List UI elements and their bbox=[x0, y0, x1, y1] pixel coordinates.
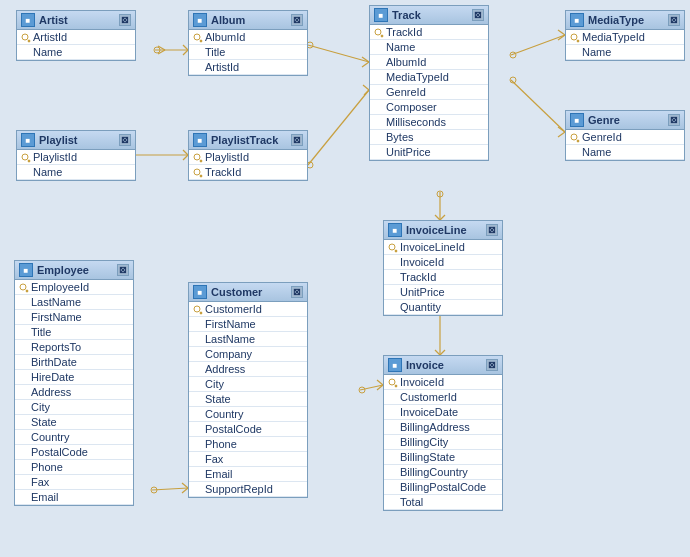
field-name-employee-city: City bbox=[31, 401, 50, 413]
field-name-customer-country: Country bbox=[205, 408, 244, 420]
field-name-employee-phone: Phone bbox=[31, 461, 63, 473]
table-title-employee: Employee bbox=[37, 264, 89, 276]
table-artist: ■Artist⊠ArtistIdName bbox=[16, 10, 136, 61]
field-album-title: Title bbox=[189, 45, 307, 60]
field-name-employee-state: State bbox=[31, 416, 57, 428]
field-invoice-invoiceid: InvoiceId bbox=[384, 375, 502, 390]
field-name-invoice-billingpostalcode: BillingPostalCode bbox=[400, 481, 486, 493]
svg-point-3 bbox=[154, 47, 160, 53]
table-header-invoiceline: ■InvoiceLine⊠ bbox=[384, 221, 502, 240]
field-track-unitprice: UnitPrice bbox=[370, 145, 488, 160]
field-name-employee-email: Email bbox=[31, 491, 59, 503]
table-expand-mediatype[interactable]: ⊠ bbox=[668, 14, 680, 26]
table-title-invoice: Invoice bbox=[406, 359, 444, 371]
field-name-employee-title: Title bbox=[31, 326, 51, 338]
field-employee-hiredate: HireDate bbox=[15, 370, 133, 385]
field-name-invoice-invoicedate: InvoiceDate bbox=[400, 406, 458, 418]
field-name-invoiceline-invoicelineid: InvoiceLineId bbox=[400, 241, 465, 253]
field-name-customer-phone: Phone bbox=[205, 438, 237, 450]
field-customer-city: City bbox=[189, 377, 307, 392]
table-icon-playlist: ■ bbox=[21, 133, 35, 147]
table-expand-invoiceline[interactable]: ⊠ bbox=[486, 224, 498, 236]
field-customer-customerid: CustomerId bbox=[189, 302, 307, 317]
field-track-milliseconds: Milliseconds bbox=[370, 115, 488, 130]
field-employee-phone: Phone bbox=[15, 460, 133, 475]
field-name-track-bytes: Bytes bbox=[386, 131, 414, 143]
field-name-employee-employeeid: EmployeeId bbox=[31, 281, 89, 293]
field-name-mediatype-mediatypeid: MediaTypeId bbox=[582, 31, 645, 43]
table-expand-playlisttrack[interactable]: ⊠ bbox=[291, 134, 303, 146]
table-expand-album[interactable]: ⊠ bbox=[291, 14, 303, 26]
svg-line-12 bbox=[558, 30, 565, 35]
field-mediatype-name: Name bbox=[566, 45, 684, 60]
field-name-employee-firstname: FirstName bbox=[31, 311, 82, 323]
field-name-genre-genreid: GenreId bbox=[582, 131, 622, 143]
svg-line-16 bbox=[558, 127, 565, 132]
svg-point-39 bbox=[151, 487, 157, 493]
field-playlisttrack-playlistid: PlaylistId bbox=[189, 150, 307, 165]
field-name-employee-hiredate: HireDate bbox=[31, 371, 74, 383]
field-invoice-billingaddress: BillingAddress bbox=[384, 420, 502, 435]
field-track-mediatypeid: MediaTypeId bbox=[370, 70, 488, 85]
field-name-invoiceline-quantity: Quantity bbox=[400, 301, 441, 313]
field-customer-postalcode: PostalCode bbox=[189, 422, 307, 437]
table-header-playlist: ■Playlist⊠ bbox=[17, 131, 135, 150]
field-employee-title: Title bbox=[15, 325, 133, 340]
table-mediatype: ■MediaType⊠MediaTypeIdName bbox=[565, 10, 685, 61]
table-expand-playlist[interactable]: ⊠ bbox=[119, 134, 131, 146]
table-expand-genre[interactable]: ⊠ bbox=[668, 114, 680, 126]
svg-line-2 bbox=[158, 50, 165, 54]
field-name-invoiceline-invoiceid: InvoiceId bbox=[400, 256, 444, 268]
table-title-invoiceline: InvoiceLine bbox=[406, 224, 467, 236]
svg-point-35 bbox=[359, 387, 365, 393]
pk-icon bbox=[193, 33, 203, 43]
field-invoice-invoicedate: InvoiceDate bbox=[384, 405, 502, 420]
table-header-track: ■Track⊠ bbox=[370, 6, 488, 25]
field-employee-email: Email bbox=[15, 490, 133, 505]
field-name-playlist-name: Name bbox=[33, 166, 62, 178]
svg-point-73 bbox=[194, 306, 200, 312]
table-expand-track[interactable]: ⊠ bbox=[472, 9, 484, 21]
svg-point-52 bbox=[375, 29, 381, 35]
field-employee-lastname: LastName bbox=[15, 295, 133, 310]
table-genre: ■Genre⊠GenreIdName bbox=[565, 110, 685, 161]
svg-line-9 bbox=[362, 62, 369, 67]
field-name-invoice-total: Total bbox=[400, 496, 423, 508]
pk-icon bbox=[19, 283, 29, 293]
table-customer: ■Customer⊠CustomerIdFirstNameLastNameCom… bbox=[188, 282, 308, 498]
field-employee-employeeid: EmployeeId bbox=[15, 280, 133, 295]
field-name-album-albumid: AlbumId bbox=[205, 31, 245, 43]
table-expand-customer[interactable]: ⊠ bbox=[291, 286, 303, 298]
svg-line-34 bbox=[360, 385, 383, 390]
field-name-invoiceline-unitprice: UnitPrice bbox=[400, 286, 445, 298]
table-expand-artist[interactable]: ⊠ bbox=[119, 14, 131, 26]
svg-line-13 bbox=[558, 35, 565, 40]
table-icon-mediatype: ■ bbox=[570, 13, 584, 27]
field-employee-state: State bbox=[15, 415, 133, 430]
svg-point-76 bbox=[389, 244, 395, 250]
pk-icon bbox=[374, 28, 384, 38]
table-expand-employee[interactable]: ⊠ bbox=[117, 264, 129, 276]
field-name-customer-address: Address bbox=[205, 363, 245, 375]
svg-point-55 bbox=[571, 34, 577, 40]
field-name-invoice-customerid: CustomerId bbox=[400, 391, 457, 403]
svg-point-15 bbox=[510, 77, 516, 83]
table-expand-invoice[interactable]: ⊠ bbox=[486, 359, 498, 371]
table-playlist: ■Playlist⊠PlaylistIdName bbox=[16, 130, 136, 181]
svg-point-61 bbox=[22, 154, 28, 160]
pk-icon bbox=[193, 305, 203, 315]
table-title-mediatype: MediaType bbox=[588, 14, 644, 26]
table-header-artist: ■Artist⊠ bbox=[17, 11, 135, 30]
field-customer-firstname: FirstName bbox=[189, 317, 307, 332]
field-name-album-artistid: ArtistId bbox=[205, 61, 239, 73]
field-employee-address: Address bbox=[15, 385, 133, 400]
field-name-invoice-billingcity: BillingCity bbox=[400, 436, 448, 448]
field-customer-email: Email bbox=[189, 467, 307, 482]
field-name-track-trackid: TrackId bbox=[386, 26, 422, 38]
field-name-playlisttrack-trackid: TrackId bbox=[205, 166, 241, 178]
field-album-albumid: AlbumId bbox=[189, 30, 307, 45]
svg-line-6 bbox=[308, 45, 369, 62]
field-playlist-playlistid: PlaylistId bbox=[17, 150, 135, 165]
field-invoice-billingcountry: BillingCountry bbox=[384, 465, 502, 480]
field-name-employee-postalcode: PostalCode bbox=[31, 446, 88, 458]
